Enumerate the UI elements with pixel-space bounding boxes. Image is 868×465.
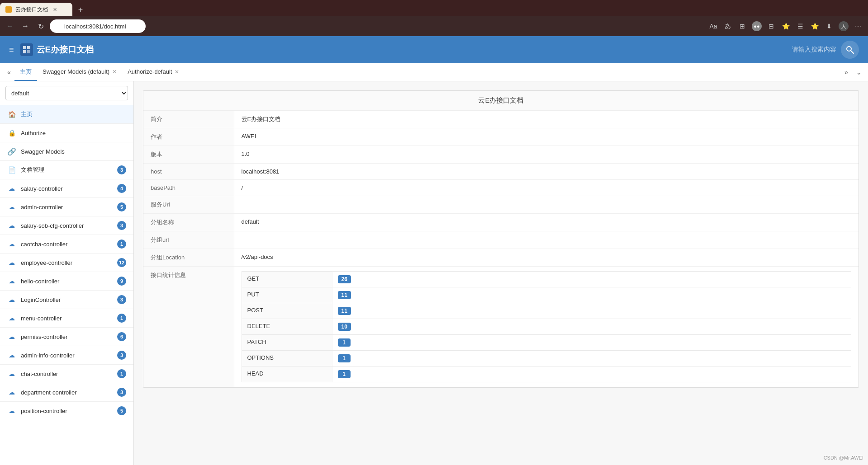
cloud-icon-chat: ☁	[7, 369, 16, 378]
forward-button[interactable]: →	[19, 20, 32, 33]
address-input[interactable]	[50, 19, 146, 33]
sidebar-badge-menu: 1	[117, 314, 126, 323]
tab-authorize-close[interactable]: ✕	[175, 69, 179, 75]
downloads-icon[interactable]: ⬇	[823, 20, 835, 33]
tabs-prev-button[interactable]: «	[4, 67, 14, 78]
table-row-author: 作者 AWEI	[143, 128, 859, 146]
sidebar-item-salary-controller[interactable]: ☁ salary-controller 4	[0, 179, 133, 198]
sidebar-item-employee[interactable]: ☁ employee-controller 12	[0, 254, 133, 272]
tab-extra-buttons: » ⌄	[841, 67, 864, 78]
stat-label-get: GET	[242, 272, 332, 287]
sidebar-item-admin-info[interactable]: ☁ admin-info-controller 3	[0, 346, 133, 365]
sidebar-label-login: LoginController	[21, 296, 113, 303]
settings-icon[interactable]: 人	[837, 20, 850, 33]
svg-line-5	[851, 51, 854, 53]
label-group-name: 分组名称	[143, 214, 234, 231]
sidebar-item-position[interactable]: ☁ position-controller 5	[0, 402, 133, 420]
value-group-url	[234, 231, 859, 249]
info-card-title: 云E办接口文档	[143, 91, 859, 111]
sidebar-item-menu[interactable]: ☁ menu-controller 1	[0, 309, 133, 328]
sidebar-item-salary-sob[interactable]: ☁ salary-sob-cfg-controller 3	[0, 216, 133, 235]
sidebar-item-home[interactable]: 🏠 主页	[0, 105, 133, 124]
cloud-icon-hello: ☁	[7, 277, 16, 286]
sidebar-badge-permiss: 6	[117, 332, 126, 341]
stat-value-put: 11	[332, 287, 851, 303]
tab-label: 云办接口文档	[15, 6, 48, 14]
tab-swagger-models[interactable]: Swagger Models (default) ✕	[37, 64, 122, 81]
sidebar-toggle-icon[interactable]: ⊟	[765, 20, 778, 33]
sidebar-item-login[interactable]: ☁ LoginController 3	[0, 291, 133, 309]
value-host: localhost:8081	[234, 164, 859, 180]
extensions-icon[interactable]: ⊞	[736, 20, 749, 33]
reload-button[interactable]: ↻	[34, 20, 47, 33]
collections-icon[interactable]: ☰	[794, 20, 806, 33]
sidebar-item-permiss[interactable]: ☁ permiss-controller 6	[0, 328, 133, 346]
app-title: 云E办接口文档	[37, 44, 94, 56]
put-badge: 11	[338, 291, 351, 299]
font-icon[interactable]: あ	[721, 20, 734, 33]
address-bar-row: ← → ↻ ℹ Aa あ ⊞ ●● ⊟ ⭐ ☰ ⭐ ⬇ 人 ⋯	[0, 16, 868, 36]
sidebar-item-authorize[interactable]: 🔒 Authorize	[0, 124, 133, 142]
sidebar-badge-chat: 1	[117, 369, 126, 378]
sidebar-select-wrap: default	[0, 81, 133, 105]
back-button[interactable]: ←	[4, 20, 16, 33]
stat-label-post: POST	[242, 303, 332, 319]
value-basepath: /	[234, 180, 859, 196]
sidebar-label-employee: employee-controller	[21, 259, 113, 266]
stat-value-post: 11	[332, 303, 851, 319]
tabs-next-button[interactable]: »	[841, 67, 852, 78]
svg-rect-1	[27, 46, 30, 49]
sidebar-item-doc-mgmt[interactable]: 📄 文档管理 3	[0, 161, 133, 179]
sidebar-label-salary: salary-controller	[21, 185, 113, 192]
profile-icon[interactable]: ●●	[750, 20, 763, 33]
sidebar-item-chat[interactable]: ☁ chat-controller 1	[0, 365, 133, 383]
tab-favicon	[5, 6, 12, 13]
menu-lines-icon[interactable]: ≡	[9, 45, 14, 55]
info-table: 简介 云E办接口文档 作者 AWEI 版本 1.0 host	[143, 111, 859, 387]
stat-value-delete: 10	[332, 319, 851, 335]
sidebar-item-caotcha[interactable]: ☁ caotcha-controller 1	[0, 235, 133, 254]
sidebar-badge-doc-mgmt: 3	[117, 165, 126, 174]
tab-home[interactable]: 主页	[14, 64, 37, 81]
tab-close-button[interactable]: ✕	[52, 6, 58, 13]
label-group-url: 分组url	[143, 231, 234, 249]
stat-row-delete: DELETE 10	[242, 319, 851, 335]
stat-value-head: 1	[332, 366, 851, 382]
table-row-intro: 简介 云E办接口文档	[143, 111, 859, 128]
main-area: default 🏠 主页 🔒 Authorize 🔗 Swagger Model…	[0, 81, 868, 465]
sidebar-item-swagger-models[interactable]: 🔗 Swagger Models	[0, 142, 133, 161]
app-logo-icon	[20, 43, 33, 56]
stat-row-post: POST 11	[242, 303, 851, 319]
bookmark-icon[interactable]: ⭐	[779, 20, 792, 33]
favorites-icon[interactable]: ⭐	[808, 20, 821, 33]
search-button[interactable]	[841, 41, 859, 59]
label-group-location: 分组Location	[143, 249, 234, 267]
sidebar-label-swagger-models: Swagger Models	[21, 148, 126, 155]
sidebar-item-admin-controller[interactable]: ☁ admin-controller 5	[0, 198, 133, 216]
more-icon[interactable]: ⋯	[852, 20, 864, 33]
tab-swagger-close[interactable]: ✕	[112, 69, 117, 75]
new-tab-button[interactable]: +	[74, 4, 87, 16]
app-container: ≡ 云E办接口文档 请输入搜索内容	[0, 36, 868, 465]
stat-row-options: OPTIONS 1	[242, 351, 851, 366]
get-badge: 26	[338, 275, 351, 283]
sidebar-item-hello[interactable]: ☁ hello-controller 9	[0, 272, 133, 291]
stat-row-put: PUT 11	[242, 287, 851, 303]
stat-value-get: 26	[332, 272, 851, 287]
tab-authorize-default[interactable]: Authorize-default ✕	[122, 64, 185, 81]
sidebar-label-permiss: permiss-controller	[21, 333, 113, 340]
stat-label-patch: PATCH	[242, 335, 332, 351]
label-host: host	[143, 164, 234, 180]
sidebar-label-chat: chat-controller	[21, 371, 113, 377]
cloud-icon-salary-sob: ☁	[7, 221, 16, 230]
group-select[interactable]: default	[5, 86, 128, 100]
tabs-expand-button[interactable]: ⌄	[854, 67, 864, 78]
sidebar-badge-employee: 12	[117, 258, 126, 267]
read-aloud-icon[interactable]: Aa	[707, 20, 720, 33]
browser-window: 云办接口文档 ✕ + ← → ↻ ℹ Aa あ ⊞ ●● ⊟ ⭐ ☰ ⭐ ⬇ 人	[0, 0, 868, 465]
doc-icon: 📄	[7, 165, 16, 174]
cloud-icon-employee: ☁	[7, 258, 16, 267]
sidebar-item-department[interactable]: ☁ department-controller 3	[0, 383, 133, 402]
browser-tab[interactable]: 云办接口文档 ✕	[0, 3, 72, 16]
sidebar-label-hello: hello-controller	[21, 278, 113, 285]
